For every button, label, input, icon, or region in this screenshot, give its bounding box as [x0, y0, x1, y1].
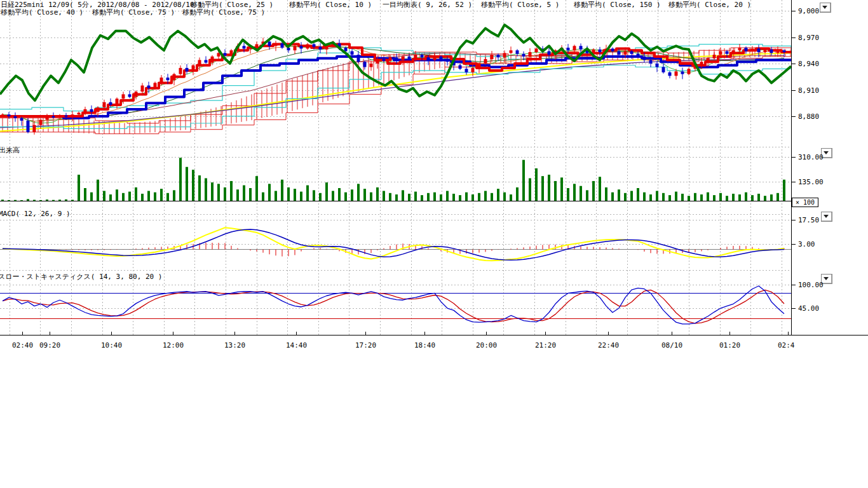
- time-axis-label: 22:40: [598, 342, 619, 349]
- time-axis-label: 02:4: [778, 342, 795, 349]
- price-panel-dropdown-button[interactable]: [820, 3, 831, 13]
- time-axis-label: 18:40: [414, 342, 435, 349]
- stochastics-axis-label: 45.00: [798, 305, 819, 312]
- legend-ma150: 移動平均( Close, 150 ): [574, 1, 661, 9]
- legend-ma40: 移動平均( Close, 40 ): [1, 9, 83, 17]
- time-axis-label: 13:20: [224, 342, 245, 349]
- chevron-down-icon: [822, 6, 827, 9]
- macd-panel-label: MACD( 12, 26, 9 ): [0, 210, 71, 218]
- volume-axis-label: 310.00: [798, 154, 824, 161]
- volume-multiplier-badge: × 100: [792, 198, 818, 207]
- time-axis-label: 01:20: [719, 342, 740, 349]
- legend-ichimoku: 一目均衡表( 9, 26, 52 ): [383, 1, 472, 9]
- time-axis-label: 10:40: [101, 342, 122, 349]
- legend-ma5: 移動平均( Close, 5 ): [481, 1, 559, 9]
- macd-axis-label: 17.50: [798, 217, 819, 224]
- price-axis-label: 8,910: [798, 87, 819, 94]
- time-axis-label: 09:20: [39, 342, 60, 349]
- chevron-down-icon: [824, 151, 829, 154]
- trading-chart-window: 日経225mini 12/09( 5分, 2012/08/08 - 2012/0…: [0, 0, 868, 488]
- chart-area[interactable]: [0, 0, 868, 356]
- volume-panel-label: 出来高: [0, 147, 20, 154]
- chevron-down-icon: [824, 215, 829, 218]
- legend-ma75b: 移動平均( Close, 75 ): [182, 9, 265, 17]
- time-axis-label: 14:40: [286, 342, 307, 349]
- stochastics-axis-label: 100.00: [798, 281, 824, 288]
- time-axis-label: 02:40: [12, 342, 33, 349]
- time-axis-label: 20:00: [476, 342, 497, 349]
- time-axis-label: 08/10: [661, 342, 682, 349]
- macd-panel-dropdown-button[interactable]: [821, 212, 832, 222]
- chevron-down-icon: [824, 277, 829, 280]
- volume-axis-label: 135.00: [798, 179, 824, 186]
- time-axis-label: 21:20: [535, 342, 556, 349]
- legend-ma75a: 移動平均( Close, 75 ): [92, 9, 175, 17]
- price-axis-label: 8,880: [798, 113, 819, 120]
- stochastics-panel-label: スロー・ストキャスティクス( 14, 3, 80, 20 ): [0, 273, 162, 281]
- price-axis-label: 8,970: [798, 34, 819, 41]
- chart-svg: [0, 0, 868, 356]
- price-axis-label: 8,940: [798, 60, 819, 67]
- macd-axis-label: 3.00: [798, 241, 815, 248]
- legend-ma10: 移動平均( Close, 10 ): [289, 1, 372, 9]
- time-axis-label: 17:20: [355, 342, 376, 349]
- price-axis-label: 9,000: [798, 8, 819, 15]
- time-axis-label: 12:00: [163, 342, 184, 349]
- legend-ma20: 移動平均( Close, 20 ): [668, 1, 751, 9]
